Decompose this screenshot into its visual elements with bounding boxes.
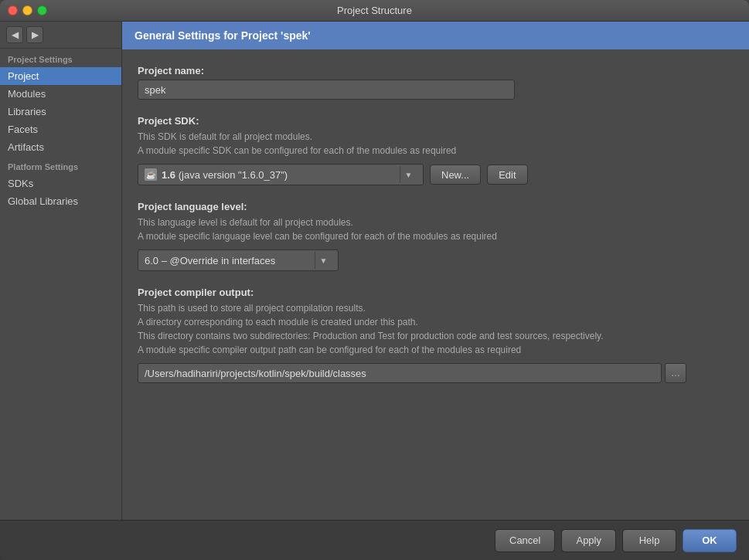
project-name-label: Project name: [138, 65, 734, 76]
nav-forward-button[interactable]: ▶ [26, 26, 43, 43]
cancel-button[interactable]: Cancel [495, 529, 555, 552]
sdk-version: 1.6 [162, 169, 175, 181]
project-compiler-desc: This path is used to store all project c… [138, 301, 734, 357]
sidebar-item-libraries-label: Libraries [8, 106, 46, 117]
help-button[interactable]: Help [622, 529, 676, 552]
sdk-edit-button[interactable]: Edit [487, 165, 527, 185]
sdk-dropdown-arrow-icon: ▼ [400, 166, 417, 183]
panel-body: Project name: Project SDK: This SDK is d… [122, 49, 749, 520]
apply-button[interactable]: Apply [561, 529, 616, 552]
ok-button[interactable]: OK [683, 529, 737, 552]
sidebar-item-sdks-label: SDKs [8, 178, 33, 189]
project-sdk-section: Project SDK: This SDK is default for all… [138, 115, 734, 185]
project-compiler-label: Project compiler output: [138, 287, 734, 298]
platform-settings-section-label: Platform Settings [0, 156, 121, 175]
maximize-button[interactable] [37, 5, 47, 15]
sidebar-item-libraries[interactable]: Libraries [0, 103, 121, 120]
back-arrow-icon: ◀ [12, 29, 19, 40]
sidebar-item-facets-label: Facets [8, 124, 38, 135]
sdk-dropdown-text: 1.6 (java version "1.6.0_37") [162, 169, 400, 181]
sidebar: ◀ ▶ Project Settings Project Modules Lib… [0, 22, 122, 520]
sdk-detail: (java version "1.6.0_37") [179, 169, 288, 181]
sidebar-item-project[interactable]: Project [0, 67, 121, 85]
right-panel: General Settings for Project 'spek' Proj… [122, 22, 749, 520]
compiler-path-browse-button[interactable]: … [665, 363, 686, 383]
language-dropdown-arrow-icon: ▼ [315, 252, 332, 269]
window-controls [8, 5, 47, 15]
sdk-row: ☕ 1.6 (java version "1.6.0_37") ▼ New...… [138, 164, 734, 185]
sidebar-item-project-label: Project [8, 70, 39, 82]
compiler-path-row: … [138, 363, 734, 383]
nav-back-button[interactable]: ◀ [6, 26, 23, 43]
project-language-label: Project language level: [138, 201, 734, 212]
panel-header: General Settings for Project 'spek' [122, 22, 749, 49]
project-language-section: Project language level: This language le… [138, 201, 734, 271]
language-level-value: 6.0 – @Override in interfaces [145, 255, 315, 266]
sidebar-item-artifacts[interactable]: Artifacts [0, 138, 121, 156]
project-name-section: Project name: [138, 65, 734, 100]
compiler-path-input[interactable] [138, 363, 662, 383]
project-settings-section-label: Project Settings [0, 49, 121, 67]
bottom-bar: Cancel Apply Help OK [0, 520, 749, 560]
project-sdk-label: Project SDK: [138, 115, 734, 127]
sidebar-item-modules[interactable]: Modules [0, 85, 121, 103]
project-name-input[interactable] [138, 80, 515, 100]
project-structure-window: Project Structure ◀ ▶ Project Settings P… [0, 0, 749, 560]
sidebar-item-facets[interactable]: Facets [0, 120, 121, 138]
minimize-button[interactable] [22, 5, 32, 15]
sidebar-item-sdks[interactable]: SDKs [0, 175, 121, 192]
sidebar-item-global-libraries-label: Global Libraries [8, 195, 78, 207]
main-content: ◀ ▶ Project Settings Project Modules Lib… [0, 22, 749, 520]
sdk-java-icon: ☕ [145, 168, 157, 181]
sidebar-nav: ◀ ▶ [0, 22, 121, 49]
project-language-desc: This language level is default for all p… [138, 216, 734, 243]
forward-arrow-icon: ▶ [32, 29, 39, 40]
project-compiler-section: Project compiler output: This path is us… [138, 287, 734, 383]
project-sdk-desc: This SDK is default for all project modu… [138, 130, 734, 158]
sidebar-item-artifacts-label: Artifacts [8, 141, 44, 153]
sdk-dropdown[interactable]: ☕ 1.6 (java version "1.6.0_37") ▼ [138, 164, 424, 185]
sidebar-item-global-libraries[interactable]: Global Libraries [0, 192, 121, 210]
window-title: Project Structure [337, 5, 412, 16]
language-level-dropdown[interactable]: 6.0 – @Override in interfaces ▼ [138, 249, 339, 271]
sidebar-item-modules-label: Modules [8, 88, 46, 100]
title-bar: Project Structure [0, 0, 749, 22]
close-button[interactable] [8, 5, 18, 15]
sdk-new-button[interactable]: New... [430, 165, 481, 185]
java-cup-icon: ☕ [146, 171, 155, 179]
